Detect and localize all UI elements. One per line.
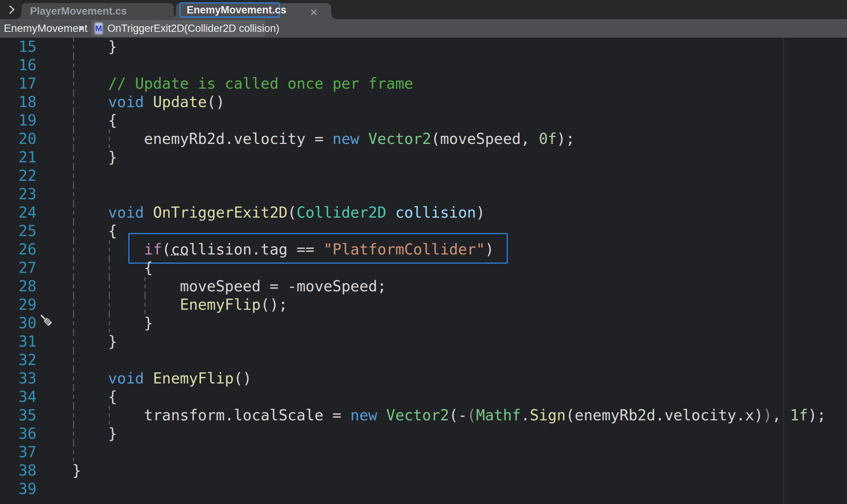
line-number[interactable]: 34 <box>0 388 36 406</box>
close-icon[interactable] <box>308 7 320 18</box>
line-number[interactable]: 32 <box>0 351 36 369</box>
line-number[interactable]: 23 <box>0 185 36 203</box>
code-text: transform.localScale = new Vector2(-(Mat… <box>72 406 826 425</box>
code-text: enemyRb2d.velocity = new Vector2(moveSpe… <box>72 130 575 148</box>
code-text: if(collision.tag == "PlatformCollider") <box>72 240 494 259</box>
code-editor[interactable]: 15 }1617 // Update is called once per fr… <box>0 38 847 504</box>
code-text: // Update is called once per frame <box>72 74 413 93</box>
method-icon: M <box>94 22 103 35</box>
line-number[interactable]: 25 <box>0 222 36 240</box>
line-number[interactable]: 31 <box>0 332 36 351</box>
breadcrumb-class[interactable]: EnemyMovement <box>4 19 88 38</box>
code-line-28[interactable]: 28 moveSpeed = -moveSpeed; <box>0 277 847 296</box>
code-text: } <box>72 38 117 56</box>
code-line-35[interactable]: 35 transform.localScale = new Vector2(-(… <box>0 406 847 425</box>
breadcrumb-method: OnTriggerExit2D(Collider2D collision) <box>108 23 280 35</box>
code-text: } <box>72 461 81 480</box>
tab-enemymovement[interactable]: EnemyMovement.cs <box>176 3 331 19</box>
line-number[interactable]: 22 <box>0 167 36 185</box>
line-number[interactable]: 17 <box>0 74 36 93</box>
code-line-32[interactable]: 32 <box>0 351 847 369</box>
line-number[interactable]: 26 <box>0 240 36 259</box>
code-text: } <box>72 425 117 443</box>
code-line-37[interactable]: 37 <box>0 443 847 461</box>
code-line-38[interactable]: 38} <box>0 461 847 480</box>
code-text: } <box>72 314 153 332</box>
code-text: { <box>72 111 117 130</box>
line-number[interactable]: 16 <box>0 56 36 74</box>
code-line-30[interactable]: 30 } <box>0 314 847 332</box>
code-text: void OnTriggerExit2D(Collider2D collisio… <box>72 203 485 222</box>
breadcrumb-method-segment[interactable]: M OnTriggerExit2D(Collider2D collision) <box>91 20 265 36</box>
line-number[interactable]: 18 <box>0 93 36 111</box>
line-number[interactable]: 28 <box>0 277 36 296</box>
code-text: void Update() <box>72 93 225 111</box>
code-editor-window: { "tabs": [ {"label": "PlayerMovement.cs… <box>0 0 847 504</box>
line-number[interactable]: 35 <box>0 406 36 425</box>
active-tab-focus-ring: EnemyMovement.cs <box>179 2 280 18</box>
line-number[interactable]: 38 <box>0 461 36 480</box>
code-text: { <box>72 388 117 406</box>
line-number[interactable]: 33 <box>0 369 36 388</box>
line-number[interactable]: 21 <box>0 148 36 167</box>
line-number[interactable]: 37 <box>0 443 36 461</box>
indent-guide <box>73 443 74 461</box>
line-number[interactable]: 39 <box>0 480 36 498</box>
line-number[interactable]: 15 <box>0 38 36 56</box>
line-number[interactable]: 29 <box>0 296 36 314</box>
code-line-29[interactable]: 29 EnemyFlip(); <box>0 296 847 314</box>
code-line-33[interactable]: 33 void EnemyFlip() <box>0 369 847 388</box>
code-line-27[interactable]: 27 { <box>0 259 847 277</box>
code-text: { <box>72 259 153 277</box>
code-line-18[interactable]: 18 void Update() <box>0 93 847 111</box>
line-number[interactable]: 20 <box>0 130 36 148</box>
code-line-31[interactable]: 31 } <box>0 332 847 351</box>
code-line-20[interactable]: 20 enemyRb2d.velocity = new Vector2(move… <box>0 130 847 148</box>
code-line-25[interactable]: 25 { <box>0 222 847 240</box>
code-line-39[interactable]: 39 <box>0 480 847 498</box>
tab-label: EnemyMovement.cs <box>181 3 279 17</box>
code-line-19[interactable]: 19 { <box>0 111 847 130</box>
code-text: moveSpeed = -moveSpeed; <box>72 277 386 296</box>
breadcrumb-arrow-icon <box>79 25 84 31</box>
code-text: } <box>72 148 117 167</box>
code-line-17[interactable]: 17 // Update is called once per frame <box>0 74 847 93</box>
tab-playermovement[interactable]: PlayerMovement.cs <box>22 3 174 19</box>
code-text: void EnemyFlip() <box>72 369 252 388</box>
navigation-bar: EnemyMovement M OnTriggerExit2D(Collider… <box>0 19 847 38</box>
chevron-right-icon[interactable] <box>6 4 17 15</box>
code-line-34[interactable]: 34 { <box>0 388 847 406</box>
indent-guide <box>73 167 74 185</box>
code-line-16[interactable]: 16 <box>0 56 847 74</box>
tab-label: PlayerMovement.cs <box>22 3 174 19</box>
code-line-24[interactable]: 24 void OnTriggerExit2D(Collider2D colli… <box>0 203 847 222</box>
line-number[interactable]: 30 <box>0 314 36 332</box>
tab-bar: PlayerMovement.cs EnemyMovement.cs <box>0 0 847 19</box>
code-line-22[interactable]: 22 <box>0 167 847 185</box>
indent-guide <box>73 185 74 203</box>
code-line-15[interactable]: 15 } <box>0 38 847 56</box>
code-line-36[interactable]: 36 } <box>0 425 847 443</box>
line-number[interactable]: 36 <box>0 425 36 443</box>
indent-guide <box>73 56 74 74</box>
code-line-23[interactable]: 23 <box>0 185 847 203</box>
code-line-26[interactable]: 26 if(collision.tag == "PlatformCollider… <box>0 240 847 259</box>
code-text: } <box>72 332 117 351</box>
code-text: { <box>72 222 117 240</box>
line-number[interactable]: 24 <box>0 203 36 222</box>
code-line-21[interactable]: 21 } <box>0 148 847 167</box>
line-number[interactable]: 27 <box>0 259 36 277</box>
code-text: EnemyFlip(); <box>72 296 288 314</box>
line-number[interactable]: 19 <box>0 111 36 130</box>
indent-guide <box>73 351 74 369</box>
